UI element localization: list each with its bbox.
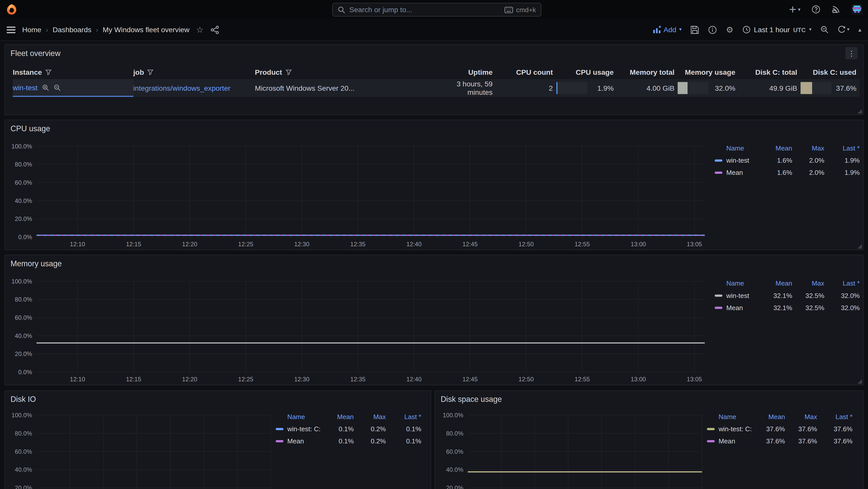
svg-text:40.0%: 40.0% bbox=[15, 332, 32, 339]
panel-title[interactable]: Fleet overview bbox=[11, 49, 61, 58]
help-icon[interactable] bbox=[811, 5, 820, 14]
breadcrumb-dashboards[interactable]: Dashboards bbox=[53, 26, 91, 34]
zoom-in-icon[interactable] bbox=[42, 84, 49, 91]
legend-sort-col[interactable]: Last * bbox=[817, 413, 852, 421]
time-range-picker[interactable]: Last 1 hour UTC ▾ bbox=[742, 26, 812, 34]
legend-sort-col[interactable]: Max bbox=[792, 279, 825, 287]
panel-resize-handle[interactable] bbox=[858, 244, 862, 249]
legend-sort-col[interactable]: Last * bbox=[824, 145, 860, 152]
svg-text:100.0%: 100.0% bbox=[11, 278, 32, 285]
legend-series-label[interactable]: Mean bbox=[707, 437, 753, 445]
legend-sort-name[interactable]: Name bbox=[276, 413, 321, 421]
col-header-memory-total[interactable]: Memory total bbox=[617, 65, 678, 79]
series-swatch bbox=[715, 307, 722, 309]
legend-mean-value: 37.6% bbox=[753, 425, 785, 433]
legend-series-label[interactable]: Mean bbox=[715, 304, 760, 312]
legend-series-label[interactable]: Mean bbox=[276, 437, 321, 445]
user-avatar[interactable] bbox=[851, 4, 863, 15]
legend-sort-col[interactable]: Mean bbox=[760, 145, 792, 152]
col-header-disk-total[interactable]: Disk C: total bbox=[739, 65, 800, 79]
cell-instance: win-test bbox=[13, 79, 133, 97]
panel-title[interactable]: Disk space usage bbox=[441, 395, 502, 404]
filter-icon[interactable] bbox=[45, 69, 52, 75]
legend-row: Mean0.1%0.2%0.1% bbox=[276, 435, 421, 447]
col-header-disk-used[interactable]: Disk C: used bbox=[801, 65, 860, 79]
panel-title[interactable]: Memory usage bbox=[11, 259, 62, 268]
series-swatch bbox=[276, 428, 283, 430]
menu-toggle-icon[interactable] bbox=[7, 26, 16, 33]
col-header-instance[interactable]: Instance bbox=[13, 65, 133, 79]
legend-sort-col[interactable]: Max bbox=[354, 413, 386, 421]
search-icon bbox=[338, 6, 346, 14]
legend-sort-col[interactable]: Last * bbox=[386, 413, 421, 421]
panel-resize-handle[interactable] bbox=[858, 379, 862, 384]
disk-io-chart[interactable]: 0.0%20.0%40.0%60.0%80.0%100.0% bbox=[5, 411, 274, 489]
cell-disk-total: 49.9 GiB bbox=[739, 79, 800, 97]
job-link[interactable]: integrations/windows_exporter bbox=[133, 84, 230, 92]
zoom-out-time-icon[interactable] bbox=[820, 26, 829, 34]
legend-series-label[interactable]: win-test bbox=[715, 157, 760, 164]
zoom-out-icon[interactable] bbox=[54, 84, 61, 91]
legend-row: Mean37.6%37.6%37.6% bbox=[707, 435, 852, 447]
col-header-product[interactable]: Product bbox=[255, 65, 437, 79]
col-header-job[interactable]: job bbox=[133, 65, 255, 79]
filter-icon[interactable] bbox=[285, 69, 291, 75]
table-row[interactable]: win-test integrations/windows_exporter bbox=[13, 79, 860, 97]
add-button[interactable]: Add ▾ bbox=[652, 26, 682, 34]
svg-text:12:15: 12:15 bbox=[126, 241, 141, 248]
save-dashboard-icon[interactable] bbox=[690, 25, 699, 34]
disk-used-gauge bbox=[801, 82, 832, 94]
topbar-actions: ▾ bbox=[789, 0, 863, 19]
grafana-logo-icon[interactable] bbox=[6, 3, 18, 16]
legend-series-label[interactable]: win-test: C: bbox=[276, 425, 321, 433]
legend-sort-col[interactable]: Mean bbox=[760, 279, 792, 287]
refresh-button[interactable]: ▾ bbox=[838, 26, 849, 34]
filter-icon[interactable] bbox=[148, 69, 154, 75]
cpu-usage-gauge bbox=[556, 82, 587, 94]
panel-menu-icon[interactable]: ⋮ bbox=[845, 47, 857, 59]
search-input[interactable]: Search or jump to... cmd+k bbox=[332, 3, 541, 17]
legend-series-label[interactable]: win-test bbox=[715, 292, 760, 300]
svg-text:100.0%: 100.0% bbox=[443, 412, 463, 419]
legend-sort-col[interactable]: Max bbox=[792, 145, 825, 152]
cpu-usage-chart[interactable]: 0.0%20.0%40.0%60.0%80.0%100.0%12:1012:15… bbox=[5, 143, 710, 251]
news-icon[interactable] bbox=[832, 5, 840, 14]
favorite-star-icon[interactable]: ☆ bbox=[196, 25, 204, 34]
col-header-cpu-usage[interactable]: CPU usage bbox=[556, 65, 617, 79]
disk-space-chart[interactable]: 0.0%20.0%40.0%60.0%80.0%100.0% bbox=[435, 411, 705, 489]
svg-text:12:10: 12:10 bbox=[70, 241, 85, 248]
svg-text:13:05: 13:05 bbox=[687, 241, 702, 248]
legend-sort-name[interactable]: Name bbox=[707, 413, 753, 421]
panel-title[interactable]: Disk IO bbox=[11, 395, 36, 404]
col-header-memory-usage[interactable]: Memory usage bbox=[678, 65, 739, 79]
legend-sort-col[interactable]: Max bbox=[785, 413, 817, 421]
legend-series-label[interactable]: Mean bbox=[715, 169, 760, 177]
col-header-uptime[interactable]: Uptime bbox=[437, 65, 496, 79]
new-button[interactable]: ▾ bbox=[789, 6, 801, 13]
legend-last-value: 0.1% bbox=[386, 437, 421, 445]
instance-link[interactable]: win-test bbox=[13, 83, 37, 92]
panel-title[interactable]: CPU usage bbox=[11, 124, 50, 133]
svg-text:80.0%: 80.0% bbox=[15, 161, 32, 168]
cell-cpu-count: 2 bbox=[496, 79, 556, 97]
collapse-toolbar-icon[interactable]: ▴ bbox=[858, 27, 861, 33]
disk-space-legend: NameMeanMaxLast *win-test: C:37.6%37.6%3… bbox=[707, 411, 852, 447]
keyboard-icon bbox=[504, 6, 513, 13]
breadcrumb-home[interactable]: Home bbox=[22, 26, 41, 34]
legend-sort-col[interactable]: Mean bbox=[321, 413, 354, 421]
memory-usage-chart[interactable]: 0.0%20.0%40.0%60.0%80.0%100.0%12:1012:15… bbox=[5, 277, 710, 386]
legend-sort-col[interactable]: Last * bbox=[824, 279, 860, 287]
panel-disk-space-usage: Disk space usage 0.0%20.0%40.0%60.0%80.0… bbox=[435, 390, 863, 489]
share-icon[interactable] bbox=[210, 25, 219, 34]
svg-text:20.0%: 20.0% bbox=[15, 350, 32, 357]
legend-max-value: 32.5% bbox=[792, 304, 825, 312]
dashboard-insights-icon[interactable] bbox=[708, 25, 717, 34]
legend-sort-name[interactable]: Name bbox=[715, 145, 760, 152]
legend-max-value: 32.5% bbox=[792, 292, 825, 300]
legend-sort-col[interactable]: Mean bbox=[753, 413, 785, 421]
col-header-cpu-count[interactable]: CPU count bbox=[496, 65, 556, 79]
legend-sort-name[interactable]: Name bbox=[715, 279, 760, 287]
panel-resize-handle[interactable] bbox=[858, 109, 862, 113]
legend-series-label[interactable]: win-test: C: bbox=[707, 425, 753, 433]
dashboard-settings-icon[interactable]: ⚙ bbox=[726, 25, 733, 34]
